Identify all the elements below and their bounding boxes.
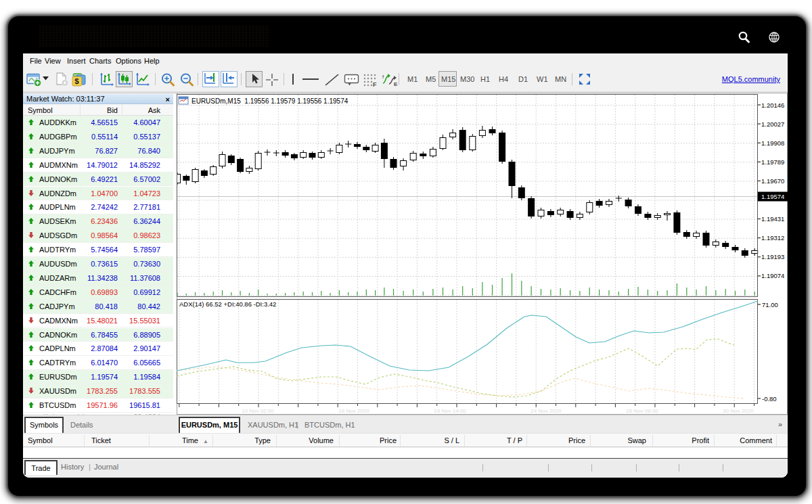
svg-text:-0.80: -0.80 xyxy=(762,395,777,403)
svg-text:30 Nov 2020: 30 Nov 2020 xyxy=(723,408,754,414)
svg-text:1.19908: 1.19908 xyxy=(761,139,784,147)
svg-text:1.19574: 1.19574 xyxy=(761,193,784,200)
svg-text:16 Nov 2020: 16 Nov 2020 xyxy=(338,408,369,414)
svg-text:1.19074: 1.19074 xyxy=(761,272,784,279)
svg-text:1.19193: 1.19193 xyxy=(761,253,784,260)
svg-text:1.20027: 1.20027 xyxy=(761,120,784,128)
svg-text:E: E xyxy=(394,81,398,87)
svg-text:1.19789: 1.19789 xyxy=(761,158,784,166)
svg-text:$: $ xyxy=(74,77,79,85)
svg-text:10 Nov 02:00: 10 Nov 02:00 xyxy=(242,408,274,414)
svg-text:26 Nov 08:00: 26 Nov 08:00 xyxy=(626,408,658,414)
svg-text:71.00: 71.00 xyxy=(762,301,778,308)
svg-text:EURUSDm,M15 1.19556 1.19579 1: EURUSDm,M15 1.19556 1.19579 1.19556 1.19… xyxy=(191,97,348,105)
svg-text:1.19670: 1.19670 xyxy=(761,177,784,185)
svg-text:1.19431: 1.19431 xyxy=(761,215,784,223)
svg-text:24 Nov 2020: 24 Nov 2020 xyxy=(531,408,562,414)
svg-text:1.20146: 1.20146 xyxy=(761,101,784,109)
svg-text:f: f xyxy=(382,74,384,80)
svg-text:1.19312: 1.19312 xyxy=(761,234,784,242)
svg-text:19 Nov 14:00: 19 Nov 14:00 xyxy=(434,408,466,414)
svg-text:ADX(14) 66.52 +DI:40.86 -DI:3.: ADX(14) 66.52 +DI:40.86 -DI:3.42 xyxy=(179,300,276,308)
svg-text:F: F xyxy=(373,81,377,88)
